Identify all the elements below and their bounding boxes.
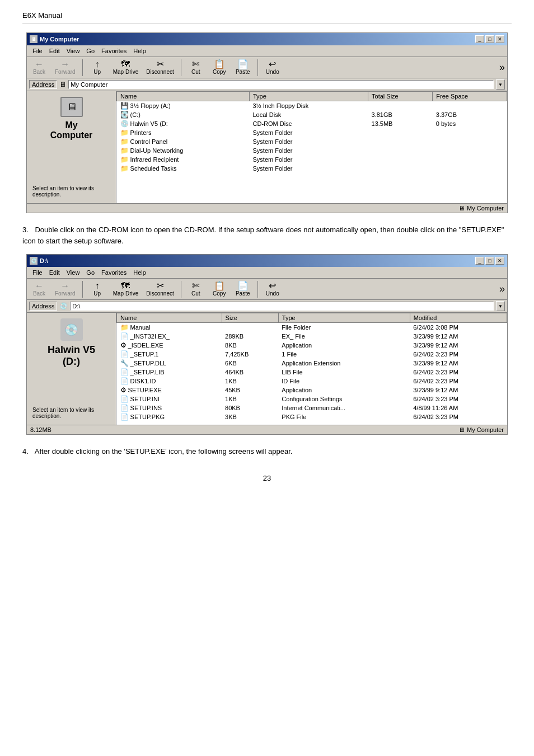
dv-copy-button[interactable]: 📋 Copy: [209, 280, 229, 298]
dv-close-button[interactable]: ✕: [495, 257, 504, 265]
instruction-3-text: Double click on the CD-ROM icon to open …: [22, 226, 504, 245]
table-row[interactable]: 📄 _SETUP.1 7,425KB 1 File 6/24/02 3:23 P…: [117, 350, 507, 359]
dv-forward-button[interactable]: → Forward: [53, 280, 78, 298]
col-size[interactable]: Total Size: [368, 92, 433, 101]
paste-button[interactable]: 📄 Paste: [233, 59, 253, 76]
table-row[interactable]: 📁 Infrared Recipient System Folder: [117, 155, 507, 164]
dv-file-name-cell: 📄 _SETUP.LIB: [117, 368, 222, 377]
table-row[interactable]: 📁 Scheduled Tasks System Folder: [117, 164, 507, 173]
copy-button[interactable]: 📋 Copy: [209, 59, 229, 76]
maximize-button[interactable]: □: [485, 35, 494, 43]
map-drive-button[interactable]: 🗺 Map Drive: [111, 59, 141, 76]
dv-titlebar-buttons: _ □ ✕: [475, 257, 504, 265]
dv-maximize-button[interactable]: □: [485, 257, 494, 265]
dv-file-icon: 📁: [120, 323, 129, 331]
table-row[interactable]: 📄 SETUP.INS 80KB Internet Communicati...…: [117, 403, 507, 412]
dv-cut-button[interactable]: ✄ Cut: [186, 280, 206, 298]
menu-go[interactable]: Go: [83, 46, 98, 55]
dv-minimize-button[interactable]: _: [475, 257, 484, 265]
dv-address-input[interactable]: D:\: [70, 302, 494, 311]
menu-file[interactable]: File: [29, 46, 46, 55]
file-type-cell: 3½ Inch Floppy Disk: [250, 101, 368, 111]
table-row[interactable]: 📄 SETUP.PKG 3KB PKG File 6/24/02 3:23 PM: [117, 412, 507, 421]
menu-edit[interactable]: Edit: [46, 46, 63, 55]
dv-address-dropdown-button[interactable]: ▼: [496, 301, 505, 311]
menu-favorites[interactable]: Favorites: [98, 46, 130, 55]
table-row[interactable]: 📁 Printers System Folder: [117, 128, 507, 137]
table-row[interactable]: 🔧 _SETUP.DLL 6KB Application Extension 3…: [117, 359, 507, 368]
table-row[interactable]: ⚙ _ISDEL.EXE 8KB Application 3/23/99 9:1…: [117, 341, 507, 350]
dv-menu-help[interactable]: Help: [130, 268, 149, 277]
dv-menu-edit[interactable]: Edit: [46, 268, 63, 277]
file-icon: 📁: [120, 147, 129, 154]
menu-view[interactable]: View: [63, 46, 83, 55]
toolbar-more-button[interactable]: »: [499, 62, 505, 73]
status-right: 🖥 My Computer: [458, 205, 504, 212]
dv-map-drive-button[interactable]: 🗺 Map Drive: [111, 280, 141, 298]
disconnect-icon: ✂: [157, 60, 164, 69]
table-row[interactable]: 💾 3½ Floppy (A:) 3½ Inch Floppy Disk: [117, 101, 507, 111]
dv-file-type-cell: ID File: [278, 377, 410, 386]
dv-menu-file[interactable]: File: [29, 268, 46, 277]
separator-2: [181, 59, 181, 76]
back-button[interactable]: ← Back: [29, 59, 49, 76]
minimize-button[interactable]: _: [475, 35, 484, 43]
dv-file-modified-cell: 4/8/99 11:26 AM: [410, 403, 507, 412]
table-row[interactable]: 📄 DISK1.ID 1KB ID File 6/24/02 3:23 PM: [117, 377, 507, 386]
dv-undo-button[interactable]: ↩ Undo: [263, 280, 283, 298]
dv-disconnect-button[interactable]: ✂ Disconnect: [144, 280, 176, 298]
close-button[interactable]: ✕: [495, 35, 504, 43]
manual-title: E6X Manual: [22, 11, 62, 20]
dv-right-panel: Name Size Type Modified 📁 Manual File Fo…: [116, 313, 507, 425]
table-row[interactable]: 📄 _INST32I.EX_ 289KB EX_ File 3/23/99 9:…: [117, 332, 507, 341]
col-name[interactable]: Name: [117, 92, 250, 101]
undo-button[interactable]: ↩ Undo: [263, 59, 283, 76]
disconnect-button[interactable]: ✂ Disconnect: [144, 59, 176, 76]
dv-file-modified-cell: 6/24/02 3:23 PM: [410, 377, 507, 386]
table-row[interactable]: 📄 SETUP.INI 1KB Configuration Settings 6…: [117, 395, 507, 403]
menu-help[interactable]: Help: [130, 46, 149, 55]
file-icon: 📁: [120, 156, 129, 163]
forward-icon: →: [60, 60, 69, 69]
table-row[interactable]: 📄 _SETUP.LIB 464KB LIB File 6/24/02 3:23…: [117, 368, 507, 377]
dv-file-table: Name Size Type Modified 📁 Manual File Fo…: [116, 313, 507, 421]
file-free-cell: 3.37GB: [433, 110, 507, 119]
table-row[interactable]: 📁 Control Panel System Folder: [117, 137, 507, 146]
dv-panel-title: Halwin V5(D:): [48, 344, 95, 368]
cut-button[interactable]: ✄ Cut: [186, 59, 206, 76]
col-type[interactable]: Type: [250, 92, 368, 101]
address-dropdown-button[interactable]: ▼: [496, 79, 505, 90]
dv-back-button[interactable]: ← Back: [29, 280, 49, 298]
col-free[interactable]: Free Space: [433, 92, 507, 101]
dv-menu-go[interactable]: Go: [83, 268, 98, 277]
table-row[interactable]: ⚙ SETUP.EXE 45KB Application 3/23/99 9:1…: [117, 386, 507, 395]
table-row[interactable]: 💿 Halwin V5 (D: CD-ROM Disc 13.5MB 0 byt…: [117, 119, 507, 128]
file-size-cell: [368, 128, 433, 137]
dv-file-name-cell: 📄 SETUP.PKG: [117, 412, 222, 421]
instruction-4-text: After double clicking on the 'SETUP.EXE'…: [35, 447, 293, 456]
dv-toolbar-more-button[interactable]: »: [499, 283, 505, 295]
dv-file-size-cell: 1KB: [222, 377, 278, 386]
forward-button[interactable]: → Forward: [53, 59, 78, 76]
dv-file-icon: 📄: [120, 404, 129, 412]
file-free-cell: [433, 137, 507, 146]
dv-col-size[interactable]: Size: [222, 313, 278, 323]
up-button[interactable]: ↑ Up: [87, 59, 107, 76]
table-row[interactable]: 💽 (C:) Local Disk 3.81GB 3.37GB: [117, 110, 507, 119]
file-name-cell: 💾 3½ Floppy (A:): [117, 101, 250, 111]
mycomputer-window: 🖥 My Computer _ □ ✕ File Edit View Go Fa…: [26, 32, 508, 213]
mycomputer-menubar: File Edit View Go Favorites Help: [27, 45, 507, 57]
dv-menu-view[interactable]: View: [63, 268, 83, 277]
table-row[interactable]: 📁 Dial-Up Networking System Folder: [117, 146, 507, 155]
dv-col-modified[interactable]: Modified: [410, 313, 507, 323]
dv-menu-favorites[interactable]: Favorites: [98, 268, 130, 277]
dv-file-icon: 📄: [120, 368, 129, 376]
dv-paste-button[interactable]: 📄 Paste: [233, 280, 253, 298]
table-row[interactable]: 📁 Manual File Folder 6/24/02 3:08 PM: [117, 323, 507, 332]
dv-up-button[interactable]: ↑ Up: [87, 280, 107, 298]
dv-col-type[interactable]: Type: [278, 313, 410, 323]
page-header: E6X Manual: [22, 11, 512, 24]
dv-file-type-cell: 1 File: [278, 350, 410, 359]
address-input[interactable]: My Computer: [68, 80, 494, 89]
dv-col-name[interactable]: Name: [117, 313, 222, 323]
